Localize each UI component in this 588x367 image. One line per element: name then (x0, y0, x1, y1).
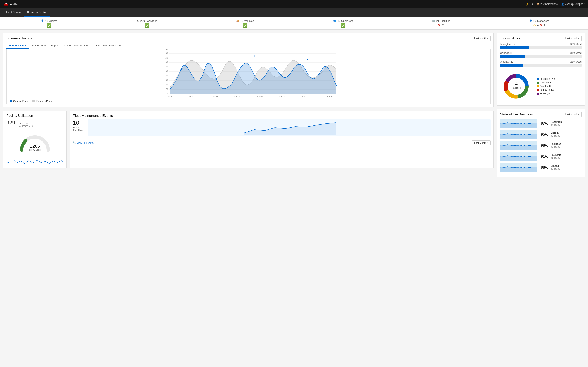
brand-name: redhat (10, 2, 20, 6)
tab-customer-satisfaction[interactable]: Customer Satisfaction (93, 43, 125, 49)
business-trends-title: Business Trends (6, 36, 32, 40)
gauge-chart: 1265 sq. ft. Used (18, 131, 51, 153)
nav-fleet-central[interactable]: Fleet Central (3, 8, 24, 17)
svg-text:100: 100 (164, 70, 168, 72)
fleet-maintenance-title: Fleet Maintenance Events (73, 114, 491, 118)
operators-status: ✅ (341, 23, 345, 28)
main-content: Business Trends Last Month ▾ Fuel Effici… (0, 30, 588, 180)
stat-packages: 🏷 220 Packages ✅ (98, 17, 196, 29)
state-of-business-header: State of the Business Last Month ▾ (500, 112, 582, 117)
svg-text:Apr 17: Apr 17 (327, 96, 333, 98)
available-sqft: 9291 (6, 119, 18, 126)
svg-text:60: 60 (165, 79, 168, 81)
fleet-maintenance-panel: Fleet Maintenance Events 10 Events This … (70, 111, 494, 168)
chevron-down-icon: ▾ (578, 37, 579, 40)
managers-warn-icon: ⚠ (533, 23, 536, 27)
state-label-retention: Retention 87 of 100 (551, 120, 562, 126)
operators-icon: 👥 (333, 19, 337, 22)
top-facilities-panel: Top Facilities Last Month ▾ Lexington, K… (497, 33, 585, 106)
chart-legend: Current Period Previous Period (7, 98, 490, 104)
gauge-container: 1265 sq. ft. Used (6, 131, 63, 153)
svg-point-26 (204, 69, 205, 70)
svg-text:Facilities: Facilities (512, 87, 521, 89)
state-sparkline (500, 163, 537, 172)
facilities-alert-icon: ⊗ (438, 23, 440, 27)
stat-managers: 👤 23 Managers ⚠ 4 ⊗ 1 (490, 17, 588, 29)
tab-value-transport[interactable]: Value Under Transport (29, 43, 61, 49)
of-label: of 10556 sq. ft. (19, 125, 34, 127)
user-menu[interactable]: 👤 John Q. Shipper ▾ (561, 3, 585, 6)
top-bar-brand: redhat (3, 1, 20, 7)
managers-icon: 👤 (529, 19, 532, 22)
facility-bars: Lexington, KY 36% Used Chicago, IL 31% U… (500, 43, 582, 67)
state-of-business-panel: State of the Business Last Month ▾ 87% R… (497, 109, 585, 177)
left-panel: Business Trends Last Month ▾ Fuel Effici… (3, 33, 494, 177)
state-sparkline (500, 152, 537, 161)
svg-text:120: 120 (164, 66, 168, 68)
donut-legend: Lexington, KY Chicago, IL Omaha, NE Loui… (537, 77, 555, 95)
svg-text:4: 4 (515, 81, 518, 86)
fleet-maintenance-dropdown[interactable]: Last Month ▾ (472, 141, 491, 145)
packages-status: ✅ (145, 23, 149, 28)
stat-vehicles: 🚚 10 Vehicles ✅ (196, 17, 294, 29)
donut-legend-item: Chicago, IL (537, 81, 555, 84)
state-of-business-dropdown[interactable]: Last Month ▾ (563, 112, 582, 117)
available-label: Available (19, 122, 34, 125)
top-facilities-header: Top Facilities Last Month ▾ (500, 36, 582, 41)
view-all-events-link[interactable]: 🔧 View All Events (73, 142, 94, 144)
facilities-alert-count: 21 (442, 24, 444, 27)
tab-fuel-efficiency[interactable]: Fuel Efficiency (6, 43, 29, 49)
legend-previous-label: Previous Period (36, 100, 53, 103)
svg-text:Mar 24: Mar 24 (189, 96, 196, 98)
legend-previous-swatch (33, 100, 35, 102)
facilities-label: 21 Facilities (436, 19, 450, 22)
facilities-icon: 🏢 (432, 19, 435, 22)
stat-operators: 👥 19 Operators ✅ (294, 17, 392, 29)
panels-row: Business Trends Last Month ▾ Fuel Effici… (3, 33, 585, 177)
svg-text:1265: 1265 (30, 143, 40, 149)
donut-legend-item: Omaha, NE (537, 85, 555, 88)
state-label-pe-ratio: P/E Ratio 91 of 100 (551, 154, 562, 159)
clients-status: ✅ (47, 23, 51, 28)
refresh-icon[interactable]: ↻ (532, 3, 534, 6)
top-bar: redhat ⚡ ↻ 📦 220 Shipment(s) 👤 John Q. S… (0, 0, 588, 8)
redhat-logo-icon (3, 1, 9, 7)
business-trends-dropdown[interactable]: Last Month ▾ (472, 36, 491, 41)
fleet-period: This Period (73, 129, 85, 132)
top-facilities-dropdown[interactable]: Last Month ▾ (563, 36, 582, 41)
clients-icon: 👤 (41, 19, 44, 22)
svg-text:Apr 13: Apr 13 (302, 96, 308, 98)
fuel-efficiency-chart: 0 20 40 60 80 100 120 140 160 180 200 (7, 49, 490, 98)
bottom-row: Facility Utilization 9291 Available of 1… (3, 111, 494, 168)
top-bar-actions: ⚡ ↻ 📦 220 Shipment(s) 👤 John Q. Shipper … (526, 3, 585, 6)
facility-bar-row: Omaha, NE 28% Used (500, 60, 582, 67)
state-row-closed: 88% Closed 88 of 100 (500, 163, 582, 172)
vehicles-status: ✅ (243, 23, 247, 28)
donut-legend-item: Mobile, AL (537, 92, 555, 95)
svg-text:sq. ft. Used: sq. ft. Used (29, 149, 41, 151)
managers-error-icon: ⊗ (540, 23, 543, 27)
right-panel: Top Facilities Last Month ▾ Lexington, K… (497, 33, 585, 177)
redhat-logo: redhat (3, 1, 20, 7)
fleet-footer: 🔧 View All Events Last Month ▾ (73, 138, 491, 145)
nav-business-central[interactable]: Business Central (24, 8, 50, 17)
svg-text:Mar 28: Mar 28 (212, 96, 218, 98)
business-trends-tabs: Fuel Efficiency Value Under Transport On… (6, 43, 491, 49)
svg-text:140: 140 (164, 61, 168, 63)
state-of-business-title: State of the Business (500, 112, 533, 117)
donut-legend-item: Lexington, KY (537, 77, 555, 80)
facility-utilization-panel: Facility Utilization 9291 Available of 1… (3, 111, 67, 168)
svg-text:180: 180 (164, 52, 168, 54)
state-row-margin: 95% Margin 95 of 100 (500, 130, 582, 139)
chevron-down-icon: ▾ (487, 142, 488, 144)
tab-ontime-performance[interactable]: On-Time Performance (61, 43, 93, 49)
state-row-pe-ratio: 91% P/E Ratio 91 of 100 (500, 152, 582, 161)
shipments-indicator: 📦 220 Shipment(s) (536, 3, 558, 6)
facility-sparkline (6, 155, 63, 165)
state-row-facilities: 98% Facilities 98 of 100 (500, 141, 582, 150)
vehicles-icon: 🚚 (236, 19, 239, 22)
state-sparkline (500, 130, 537, 139)
lightning-icon[interactable]: ⚡ (526, 3, 529, 6)
donut-chart: 4 Facilities (500, 70, 533, 103)
state-label-facilities: Facilities 98 of 100 (551, 142, 561, 148)
